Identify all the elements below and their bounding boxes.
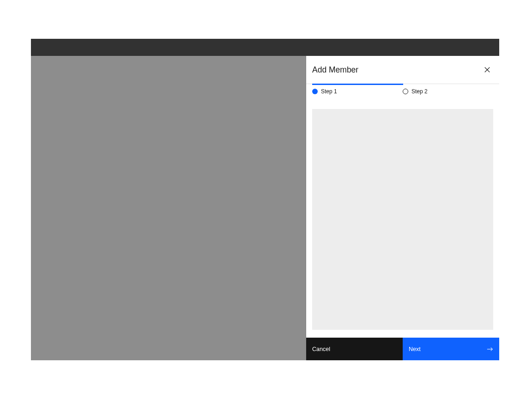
step-label: Step 2 [411,88,428,95]
step-incomplete-icon [403,89,408,94]
close-button[interactable] [480,62,495,77]
content-placeholder [312,109,493,330]
panel-footer: Cancel Next [306,338,499,360]
step-1[interactable]: Step 1 [312,88,403,95]
panel-header: Add Member [306,56,499,84]
side-panel: Add Member Step 1 Step 2 [306,56,499,360]
step-label: Step 1 [321,88,337,95]
close-icon [484,67,490,73]
cancel-button[interactable]: Cancel [306,338,403,360]
app-frame: Add Member Step 1 Step 2 [31,39,499,360]
arrow-right-icon [487,346,493,352]
panel-title: Add Member [312,65,358,75]
top-bar [31,39,499,56]
step-current-icon [312,89,318,94]
progress-indicator: Step 1 Step 2 [306,84,499,95]
next-button[interactable]: Next [403,338,499,360]
step-2[interactable]: Step 2 [403,88,493,95]
panel-content [306,95,499,338]
next-button-label: Next [409,346,421,352]
cancel-button-label: Cancel [312,346,330,352]
